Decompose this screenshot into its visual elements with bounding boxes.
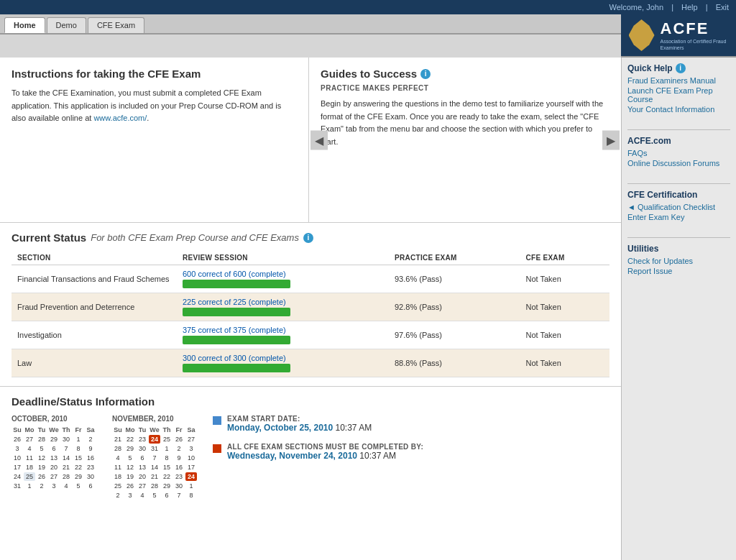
- qualification-link[interactable]: ◄ Qualification Checklist: [627, 203, 730, 211]
- cal-day[interactable]: 13: [137, 463, 148, 472]
- cal-day[interactable]: 12: [124, 463, 136, 472]
- cal-day[interactable]: 12: [36, 454, 47, 462]
- cal-day[interactable]: 5: [73, 482, 84, 490]
- cal-day[interactable]: 31: [149, 444, 160, 453]
- cal-day[interactable]: 25: [161, 435, 172, 444]
- cal-day[interactable]: 8: [185, 491, 197, 500]
- cal-day[interactable]: 3: [12, 444, 23, 453]
- cal-day[interactable]: 16: [85, 454, 96, 462]
- cal-day[interactable]: 30: [137, 444, 148, 453]
- cal-day[interactable]: 29: [124, 444, 136, 453]
- cal-day[interactable]: 22: [73, 463, 84, 472]
- faqs-link[interactable]: FAQs: [627, 149, 730, 157]
- cal-day[interactable]: 15: [161, 463, 172, 472]
- cal-day[interactable]: 30: [85, 472, 96, 481]
- tab-home[interactable]: Home: [4, 17, 45, 33]
- cal-day[interactable]: 29: [161, 482, 172, 490]
- cal-day[interactable]: 28: [36, 435, 47, 444]
- cal-day[interactable]: 9: [85, 444, 96, 453]
- cal-day[interactable]: 3: [48, 482, 60, 490]
- cal-day[interactable]: 23: [85, 463, 96, 472]
- cal-day[interactable]: 26: [124, 482, 136, 490]
- guides-info-icon[interactable]: i: [420, 69, 431, 79]
- cal-day[interactable]: 15: [73, 454, 84, 462]
- cal-day[interactable]: 19: [124, 472, 136, 481]
- cal-day[interactable]: 2: [36, 482, 47, 490]
- acfe-link[interactable]: www.acfe.com/: [93, 114, 147, 122]
- cal-day[interactable]: 21: [149, 472, 160, 481]
- cal-day[interactable]: 28: [149, 482, 160, 490]
- cal-day[interactable]: 7: [60, 444, 72, 453]
- cal-day[interactable]: 30: [173, 482, 185, 490]
- cal-day[interactable]: 1: [161, 444, 172, 453]
- cal-day[interactable]: 21: [60, 463, 72, 472]
- exam-key-link[interactable]: Enter Exam Key: [627, 213, 730, 221]
- cal-day[interactable]: 2: [85, 435, 96, 444]
- cal-day[interactable]: 14: [60, 454, 72, 462]
- cal-day[interactable]: 2: [173, 444, 185, 453]
- cal-day[interactable]: 30: [60, 435, 72, 444]
- tab-cfe-exam[interactable]: CFE Exam: [88, 17, 144, 33]
- cal-day[interactable]: 23: [173, 472, 185, 481]
- cal-day[interactable]: 27: [48, 472, 60, 481]
- cal-day[interactable]: 7: [149, 454, 160, 462]
- check-updates-link[interactable]: Check for Updates: [627, 257, 730, 265]
- cal-day[interactable]: 24: [185, 472, 197, 481]
- cal-day[interactable]: 8: [161, 454, 172, 462]
- cal-day[interactable]: 4: [112, 454, 124, 462]
- cal-day[interactable]: 22: [161, 472, 172, 481]
- cal-day[interactable]: 13: [48, 454, 60, 462]
- cal-day[interactable]: 10: [12, 454, 23, 462]
- cal-day[interactable]: 21: [112, 435, 124, 444]
- quick-help-info-icon[interactable]: i: [676, 63, 686, 73]
- carousel-right-arrow[interactable]: ▶: [602, 130, 620, 150]
- cal-day[interactable]: 3: [185, 444, 197, 453]
- cal-day[interactable]: 14: [149, 463, 160, 472]
- cal-day[interactable]: 6: [48, 444, 60, 453]
- help-link[interactable]: Help: [681, 3, 698, 12]
- cal-day[interactable]: 22: [124, 435, 136, 444]
- cal-day[interactable]: 23: [137, 435, 148, 444]
- report-issue-link[interactable]: Report Issue: [627, 267, 730, 275]
- cal-day[interactable]: 9: [173, 454, 185, 462]
- cal-day[interactable]: 5: [36, 444, 47, 453]
- cal-day[interactable]: 4: [60, 482, 72, 490]
- exit-link[interactable]: Exit: [716, 3, 729, 12]
- cal-day[interactable]: 25: [24, 472, 35, 481]
- cal-day[interactable]: 26: [173, 435, 185, 444]
- status-info-icon[interactable]: i: [303, 233, 313, 243]
- cal-day[interactable]: 27: [137, 482, 148, 490]
- cal-day[interactable]: 24: [149, 435, 160, 444]
- cal-day[interactable]: 11: [112, 463, 124, 472]
- carousel-left-arrow[interactable]: ◀: [310, 130, 328, 150]
- cal-day[interactable]: 29: [48, 435, 60, 444]
- cal-day[interactable]: 31: [12, 482, 23, 490]
- cal-day[interactable]: 1: [24, 482, 35, 490]
- cal-day[interactable]: 5: [149, 491, 160, 500]
- cal-day[interactable]: 28: [60, 472, 72, 481]
- cal-day[interactable]: 27: [185, 435, 197, 444]
- launch-prep-link[interactable]: Launch CFE Exam Prep Course: [627, 86, 730, 104]
- cal-day[interactable]: 5: [124, 454, 136, 462]
- cal-day[interactable]: 17: [12, 463, 23, 472]
- cal-day[interactable]: 8: [73, 444, 84, 453]
- cal-day[interactable]: 18: [24, 463, 35, 472]
- cal-day[interactable]: 6: [161, 491, 172, 500]
- cal-day[interactable]: 1: [185, 482, 197, 490]
- fraud-manual-link[interactable]: Fraud Examiners Manual: [627, 76, 730, 85]
- cal-day[interactable]: 10: [185, 454, 197, 462]
- cal-day[interactable]: 11: [24, 454, 35, 462]
- cal-day[interactable]: 25: [112, 482, 124, 490]
- cal-day[interactable]: 26: [12, 435, 23, 444]
- cal-day[interactable]: 4: [24, 444, 35, 453]
- cal-day[interactable]: 24: [12, 472, 23, 481]
- cal-day[interactable]: 3: [124, 491, 136, 500]
- forums-link[interactable]: Online Discussion Forums: [627, 159, 730, 167]
- cal-day[interactable]: 6: [137, 454, 148, 462]
- cal-day[interactable]: 26: [36, 472, 47, 481]
- cal-day[interactable]: 28: [112, 444, 124, 453]
- tab-demo[interactable]: Demo: [47, 17, 86, 33]
- cal-day[interactable]: 2: [112, 491, 124, 500]
- cal-day[interactable]: 19: [36, 463, 47, 472]
- contact-info-link[interactable]: Your Contact Information: [627, 105, 730, 114]
